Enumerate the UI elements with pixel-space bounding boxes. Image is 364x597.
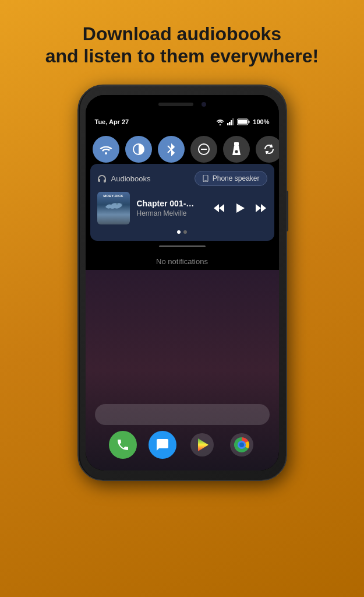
phone-dock <box>86 431 279 459</box>
dot-1 <box>177 230 181 234</box>
dock-playstore-button[interactable] <box>188 431 216 459</box>
fast-forward-button[interactable] <box>255 202 267 215</box>
svg-marker-20 <box>214 204 219 212</box>
track-author: Herman Melville <box>137 209 206 217</box>
headline-line1: Download audiobooks <box>45 23 319 45</box>
phone-camera-dot <box>202 102 206 107</box>
google-search-bar[interactable] <box>95 404 270 425</box>
svg-rect-0 <box>227 123 229 125</box>
qs-bluetooth-button[interactable] <box>158 136 185 163</box>
status-bar: Tue, Apr 27 <box>86 114 279 130</box>
svg-rect-5 <box>249 121 250 123</box>
qs-display-button[interactable] <box>125 136 152 163</box>
svg-rect-2 <box>231 120 232 125</box>
phone-speaker-label: Phone speaker <box>213 174 260 182</box>
dot-2 <box>183 230 187 234</box>
status-time: Tue, Apr 27 <box>95 118 129 125</box>
phone-mockup: Tue, Apr 27 <box>77 85 287 481</box>
svg-point-30 <box>239 443 244 447</box>
svg-point-16 <box>235 150 238 153</box>
headphones-icon <box>97 174 107 182</box>
svg-line-11 <box>168 149 171 153</box>
notif-content-row: MOBY-DICK Chapter 001-… Herman <box>97 192 267 224</box>
qs-rotate-button[interactable] <box>256 136 279 163</box>
svg-marker-8 <box>171 143 175 150</box>
signal-icon <box>227 118 234 125</box>
rewind-button[interactable] <box>213 202 225 215</box>
notif-app-name-label: Audiobooks <box>111 174 151 183</box>
dock-messages-button[interactable] <box>149 431 176 459</box>
whale-icon <box>104 199 123 210</box>
phone-screen: Tue, Apr 27 <box>86 95 279 470</box>
phone-speaker-button[interactable]: Phone speaker <box>195 171 267 186</box>
svg-rect-1 <box>229 122 231 125</box>
svg-rect-18 <box>204 181 207 181</box>
svg-rect-14 <box>234 142 239 146</box>
track-name: Chapter 001-… <box>137 199 206 208</box>
book-cover-title: MOBY-DICK <box>103 194 123 198</box>
svg-marker-9 <box>171 149 175 156</box>
swipe-handle <box>159 245 206 247</box>
track-info: Chapter 001-… Herman Melville <box>137 199 206 217</box>
dock-chrome-button[interactable] <box>228 431 256 459</box>
svg-point-19 <box>116 203 118 205</box>
audiobook-notification-card[interactable]: Audiobooks Phone speaker MOBY-DICK <box>90 164 274 241</box>
battery-icon <box>237 118 250 125</box>
notif-header: Audiobooks Phone speaker <box>97 171 267 186</box>
no-notifications-label: No notifications <box>86 257 279 266</box>
book-cover-art: MOBY-DICK <box>97 192 130 224</box>
notif-app-name-row: Audiobooks <box>97 174 151 183</box>
wifi-icon <box>216 118 224 125</box>
playback-controls <box>213 202 267 215</box>
headline-line2: and listen to them everywhere! <box>45 45 319 67</box>
svg-marker-23 <box>256 204 261 212</box>
phone-speaker-notch <box>158 103 193 106</box>
phone-icon <box>202 175 209 182</box>
qs-wifi-button[interactable] <box>93 136 119 163</box>
svg-marker-24 <box>261 204 266 212</box>
svg-line-10 <box>168 146 171 149</box>
quick-settings-row <box>86 130 279 168</box>
phone-side-button <box>286 191 288 231</box>
headline-section: Download audiobooks and listen to them e… <box>28 23 336 67</box>
phone-wallpaper <box>86 270 279 470</box>
svg-marker-22 <box>236 203 245 213</box>
svg-rect-3 <box>232 118 234 125</box>
page-dots <box>97 230 267 234</box>
status-right: 100% <box>216 118 269 125</box>
qs-flashlight-button[interactable] <box>223 136 250 163</box>
battery-percent: 100% <box>253 118 269 125</box>
svg-rect-6 <box>238 120 248 124</box>
dock-phone-button[interactable] <box>109 431 137 459</box>
play-button[interactable] <box>234 202 246 215</box>
svg-marker-21 <box>219 204 224 212</box>
qs-dnd-button[interactable] <box>190 136 217 163</box>
phone-top-bar <box>86 95 279 114</box>
